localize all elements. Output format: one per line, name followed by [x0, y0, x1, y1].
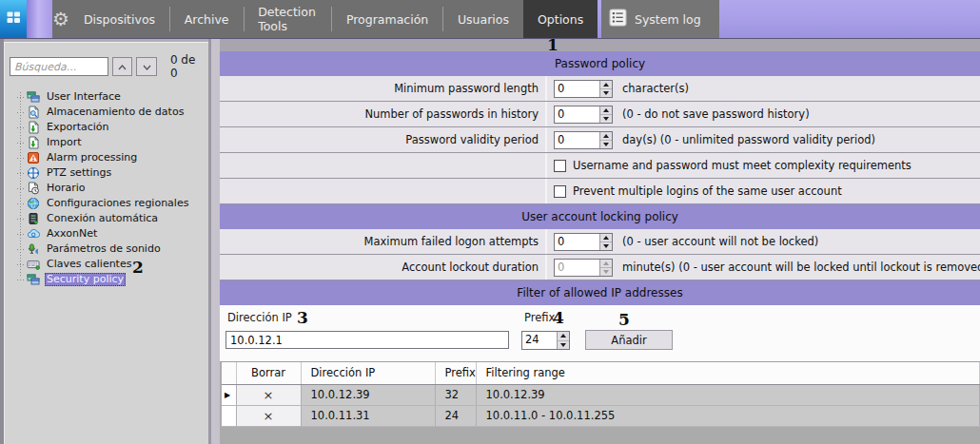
- spinner-value: 0: [555, 260, 599, 276]
- sidebar-item-import[interactable]: Import: [10, 135, 204, 150]
- settings-tree: User InterfaceAlmacenamiento de datosExp…: [10, 89, 204, 287]
- cell-prefix: 32: [435, 384, 476, 405]
- field-control-cell: Username and password must meet complexi…: [547, 153, 980, 178]
- spinner-up-button[interactable]: [558, 332, 569, 340]
- search-prev-button[interactable]: [112, 57, 132, 76]
- prefix-spinner[interactable]: 24: [521, 331, 570, 350]
- server-icon: [27, 212, 41, 225]
- sidebar-item-configuraciones-regionales[interactable]: Configuraciones regionales: [10, 196, 204, 211]
- sidebar-item-security-policy[interactable]: Security policy: [10, 272, 204, 287]
- table-row[interactable]: ×10.0.11.312410.0.11.0 - 10.0.11.255: [222, 405, 980, 426]
- spinner-up-button[interactable]: [600, 132, 612, 140]
- settings-gear-icon[interactable]: ⚙: [52, 0, 69, 38]
- sidebar-item-almacenamiento-de-datos[interactable]: Almacenamiento de datos: [10, 105, 204, 120]
- form-row-minimum-password-length: Minimum password length0character(s): [220, 76, 980, 102]
- maximum-failed-logon-attempts-spinner[interactable]: 0: [554, 233, 613, 251]
- sidebar-item-horario[interactable]: Horario: [10, 181, 204, 196]
- field-suffix: day(s) (0 - unlimited password validity …: [622, 133, 875, 146]
- password-validity-period-spinner[interactable]: 0: [554, 131, 613, 149]
- cell-prefix: 24: [435, 405, 476, 426]
- main-panel: Password policyMinimum password length0c…: [220, 39, 980, 444]
- sidebar-item-par-metros-de-sonido[interactable]: Parámetros de sonido: [10, 241, 204, 257]
- add-button[interactable]: Añadir: [585, 330, 673, 350]
- tree-item-label: Almacenamiento de datos: [45, 106, 186, 119]
- table-row[interactable]: ▶×10.0.12.393210.0.12.39: [222, 384, 980, 405]
- field-control-cell: Prevent multiple logins of the same user…: [547, 179, 980, 203]
- field-suffix: minute(s) (0 - user account will be lock…: [622, 261, 980, 274]
- spinner-up-button[interactable]: [600, 106, 612, 114]
- field-label-cell: [220, 179, 547, 203]
- chevron-down-icon: [143, 60, 151, 73]
- field-label: Number of passwords in history: [364, 107, 539, 121]
- username-and-password-must-meet-complexity-requirements-checkbox[interactable]: [554, 160, 566, 172]
- ip-address-input[interactable]: [225, 331, 509, 349]
- triangle-down-icon: [560, 343, 566, 347]
- sidebar-item-ptz-settings[interactable]: PTZ settings: [10, 165, 204, 181]
- row-selector-cell[interactable]: ▶: [222, 384, 236, 405]
- delete-row-button[interactable]: ×: [236, 405, 301, 426]
- chevron-up-icon: [118, 60, 127, 73]
- section-header-password-policy: Password policy: [220, 51, 980, 76]
- spinner-down-button[interactable]: [600, 140, 612, 148]
- tree-item-label: Import: [45, 136, 84, 149]
- tree-item-label: Exportación: [45, 121, 111, 134]
- field-control-cell: 0character(s): [547, 76, 980, 101]
- number-of-passwords-in-history-spinner[interactable]: 0: [554, 106, 613, 124]
- triangle-down-icon: [603, 143, 609, 146]
- form-row-account-lockout-duration: Account lockout duration0minute(s) (0 - …: [220, 255, 980, 280]
- spinner-up-button[interactable]: [600, 81, 612, 88]
- sidebar-item-claves-calientes[interactable]: Claves calientes: [10, 257, 204, 272]
- system-log-button[interactable]: System log: [601, 0, 719, 38]
- form-row-maximum-failed-logon-attempts: Maximum failed logon attempts0(0 - user …: [220, 229, 980, 255]
- spinner-down-button[interactable]: [600, 114, 612, 123]
- prevent-multiple-logins-of-the-same-user-account-checkbox[interactable]: [554, 185, 566, 198]
- tree-item-label: Claves calientes: [45, 258, 133, 271]
- row-selector-cell[interactable]: [222, 405, 236, 426]
- tab-detection-tools[interactable]: Detection Tools: [244, 0, 331, 38]
- field-control-cell: 0(0 - user account will not be locked): [547, 229, 980, 254]
- doc-clock-icon: [27, 182, 41, 195]
- delete-row-button[interactable]: ×: [236, 384, 301, 405]
- sidebar-item-user-interface[interactable]: User Interface: [10, 89, 204, 105]
- spinner-buttons: [557, 332, 569, 349]
- form-row-number-of-passwords-in-history: Number of passwords in history0(0 - do n…: [220, 102, 980, 127]
- spinner-buttons: [599, 260, 612, 276]
- minimum-password-length-spinner[interactable]: 0: [554, 80, 613, 98]
- spinner-down-button[interactable]: [558, 340, 569, 350]
- doc-export-icon: [27, 121, 41, 134]
- tree-item-label: Parámetros de sonido: [45, 242, 163, 256]
- search-next-button[interactable]: [136, 57, 156, 76]
- tab-archive[interactable]: Archive: [170, 0, 244, 38]
- prefix-value: 24: [522, 332, 557, 349]
- main-top-strip: [220, 39, 980, 51]
- tree-item-label: Configuraciones regionales: [45, 197, 190, 210]
- column-header-selector: [222, 362, 236, 384]
- sidebar-item-exportaci-n[interactable]: Exportación: [10, 120, 204, 135]
- ptz-icon: [27, 166, 41, 180]
- sidebar-item-alarm-processing[interactable]: Alarm processing: [10, 150, 204, 165]
- triangle-up-icon: [603, 108, 609, 112]
- spinner-down-button[interactable]: [600, 88, 612, 97]
- cell-filtering-range: 10.0.11.0 - 10.0.11.255: [476, 405, 980, 426]
- checkbox-label: Username and password must meet complexi…: [573, 159, 911, 172]
- cell-ip-address: 10.0.12.39: [301, 384, 435, 405]
- tab-programaci-n[interactable]: Programación: [332, 0, 442, 38]
- form-row-prevent-multiple-logins-of-the-same-user-account: Prevent multiple logins of the same user…: [220, 179, 980, 204]
- tab-dispositivos[interactable]: Dispositivos: [69, 0, 169, 38]
- field-label: Minimum password length: [394, 82, 539, 95]
- ip-address-label: Dirección IP: [227, 311, 292, 324]
- search-input[interactable]: [10, 57, 108, 76]
- section-header-filter-of-allowed-ip-addresses: Filter of allowed IP addresses: [220, 280, 980, 305]
- tab-options[interactable]: Options: [523, 0, 598, 38]
- spinner-value: 0: [555, 234, 599, 250]
- spinner-down-button[interactable]: [600, 241, 612, 250]
- field-control-cell: 0(0 - do not save password history): [547, 102, 980, 126]
- windows-icon: [27, 90, 41, 104]
- sidebar-item-conexi-n-autom-tica[interactable]: Conexión automática: [10, 211, 204, 226]
- tab-usuarios[interactable]: Usuarios: [443, 0, 523, 38]
- doc-search-icon: [27, 106, 41, 119]
- sidebar-item-axxonnet[interactable]: AxxonNet: [10, 226, 204, 241]
- apps-menu-button[interactable]: [0, 0, 27, 38]
- spinner-value: 0: [555, 81, 599, 97]
- spinner-up-button[interactable]: [600, 234, 612, 241]
